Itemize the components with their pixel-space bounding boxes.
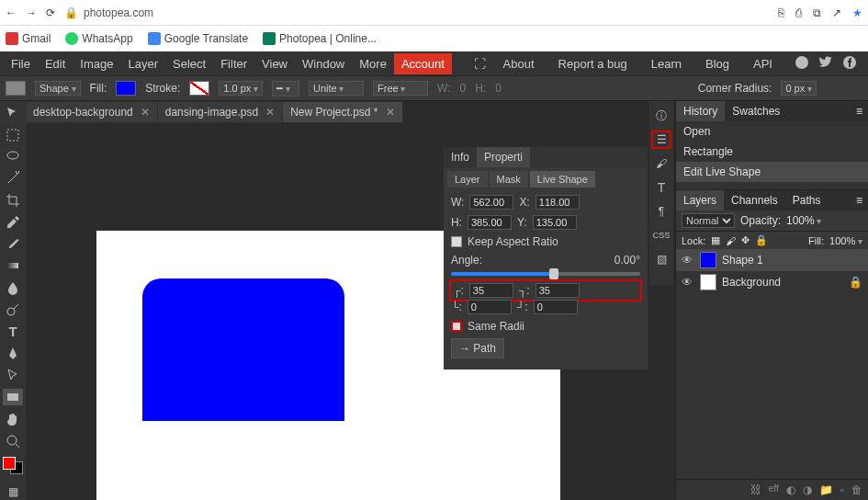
adjustment-icon[interactable]: ◑	[803, 483, 812, 496]
tab-swatches[interactable]: Swatches	[725, 101, 787, 121]
panel-menu-icon[interactable]: ≡	[851, 190, 868, 210]
lock-transparency-icon[interactable]: ▦	[711, 234, 720, 246]
angle-slider[interactable]	[451, 272, 640, 276]
close-icon[interactable]: ✕	[265, 106, 275, 119]
blur-tool[interactable]	[3, 279, 23, 296]
quick-mask-icon[interactable]: ▦	[3, 483, 23, 500]
bookmark-gmail[interactable]: Gmail	[6, 32, 51, 45]
corner-radius[interactable]: 0 px	[781, 81, 817, 96]
tab-properties[interactable]: Properti	[477, 147, 530, 167]
brush-tool[interactable]	[3, 236, 23, 253]
close-icon[interactable]: ✕	[386, 106, 395, 119]
forward-icon[interactable]: →	[26, 6, 37, 19]
layer-item[interactable]: 👁 Shape 1	[676, 249, 868, 271]
panel-menu-icon[interactable]: ≡	[851, 101, 868, 121]
crop-tool[interactable]	[3, 192, 23, 209]
lock-all-icon[interactable]: 🔒	[755, 234, 768, 246]
share-icon[interactable]: ↗	[832, 6, 841, 19]
reddit-icon[interactable]	[795, 55, 809, 73]
path-align[interactable]: Free	[373, 81, 428, 96]
corner-br-input[interactable]	[534, 300, 578, 314]
layer-item[interactable]: 👁 Background 🔒	[676, 271, 868, 293]
reader-icon[interactable]: ⎙	[795, 6, 802, 19]
menu-layer[interactable]: Layer	[121, 53, 166, 74]
folder-icon[interactable]: 📁	[819, 483, 833, 496]
fill-value[interactable]: 100%	[829, 235, 862, 246]
stroke-color[interactable]	[189, 81, 209, 96]
tab-3[interactable]: New Project.psd *✕	[283, 102, 401, 122]
dodge-tool[interactable]	[3, 301, 23, 318]
tab-2[interactable]: dansing-image.psd✕	[158, 102, 282, 122]
corner-tr-input[interactable]	[535, 283, 580, 298]
image-panel-icon[interactable]: ▧	[651, 250, 671, 268]
shape-mode[interactable]: Shape	[35, 81, 81, 96]
menu-learn[interactable]: Learn	[646, 53, 687, 74]
delete-icon[interactable]: 🗑	[851, 483, 862, 496]
twitter-icon[interactable]	[818, 55, 833, 73]
css-icon[interactable]: CSS	[651, 226, 671, 244]
zoom-tool[interactable]	[3, 433, 23, 449]
search-icon[interactable]	[452, 53, 467, 74]
marquee-tool[interactable]	[3, 127, 23, 143]
back-icon[interactable]: ←	[6, 6, 17, 19]
text-tool[interactable]: T	[3, 324, 23, 340]
star-icon[interactable]: ★	[852, 6, 862, 19]
path-select-tool[interactable]	[3, 368, 23, 384]
menu-file[interactable]: File	[4, 53, 38, 74]
menu-blog[interactable]: Blog	[700, 53, 735, 74]
bookmark-photopea[interactable]: Photopea | Online...	[263, 32, 377, 45]
keep-ratio-checkbox[interactable]	[451, 236, 462, 247]
menu-api[interactable]: API	[748, 53, 778, 74]
gradient-tool[interactable]	[3, 258, 23, 275]
visibility-icon[interactable]: 👁	[682, 276, 694, 289]
menu-account[interactable]: Account	[394, 53, 452, 74]
h-input[interactable]	[468, 215, 512, 230]
tab-channels[interactable]: Channels	[724, 190, 785, 210]
fx-icon[interactable]: eff	[769, 483, 779, 496]
shape-rectangle[interactable]	[142, 278, 344, 421]
to-path-button[interactable]: → Path	[451, 338, 504, 358]
character-icon[interactable]: T	[651, 178, 671, 197]
fill-color[interactable]	[116, 81, 136, 96]
w-input[interactable]	[469, 195, 513, 210]
info-icon[interactable]: ⓘ	[651, 107, 671, 125]
y-input[interactable]	[533, 215, 577, 230]
lock-paint-icon[interactable]: 🖌	[726, 235, 736, 246]
fullscreen-icon[interactable]: ⛶	[467, 53, 493, 74]
facebook-icon[interactable]	[842, 55, 857, 73]
rectangle-tool[interactable]	[3, 389, 23, 405]
pen-tool[interactable]	[3, 346, 23, 362]
menu-image[interactable]: Image	[73, 53, 120, 74]
corner-tl-input[interactable]	[469, 283, 513, 298]
subtab-liveshape[interactable]: Live Shape	[530, 171, 595, 188]
mask-icon[interactable]: ◐	[786, 483, 795, 496]
stroke-width[interactable]: 1.0 px	[219, 81, 263, 96]
menu-select[interactable]: Select	[165, 53, 213, 74]
link-icon[interactable]: ⛓	[750, 483, 761, 496]
menu-bug[interactable]: Report a bug	[553, 53, 633, 74]
subtab-mask[interactable]: Mask	[490, 171, 528, 188]
menu-about[interactable]: About	[498, 53, 540, 74]
stroke-style[interactable]: ━	[272, 81, 299, 97]
menu-filter[interactable]: Filter	[213, 53, 254, 74]
install-icon[interactable]: ⎘	[778, 6, 784, 19]
reload-icon[interactable]: ⟳	[46, 6, 55, 19]
move-tool[interactable]	[3, 105, 23, 121]
paragraph-icon[interactable]: ¶	[651, 202, 671, 221]
history-item[interactable]: Rectangle	[676, 142, 868, 162]
hand-tool[interactable]	[3, 411, 23, 427]
history-item[interactable]: Edit Live Shape	[676, 162, 868, 182]
blend-mode[interactable]: Normal	[682, 213, 735, 228]
visibility-icon[interactable]: 👁	[682, 254, 694, 267]
same-radii-checkbox[interactable]	[451, 321, 462, 332]
subtab-layer[interactable]: Layer	[447, 171, 488, 188]
properties-icon[interactable]: ☰	[651, 131, 671, 149]
menu-window[interactable]: Window	[295, 53, 352, 74]
new-layer-icon[interactable]: ▫	[840, 483, 844, 496]
menu-edit[interactable]: Edit	[38, 53, 73, 74]
bookmark-whatsapp[interactable]: WhatsApp	[65, 32, 132, 45]
opacity-value[interactable]: 100%	[786, 214, 821, 227]
x-input[interactable]	[535, 195, 580, 210]
tab-layers[interactable]: Layers	[676, 190, 724, 210]
lock-position-icon[interactable]: ✥	[741, 234, 750, 246]
